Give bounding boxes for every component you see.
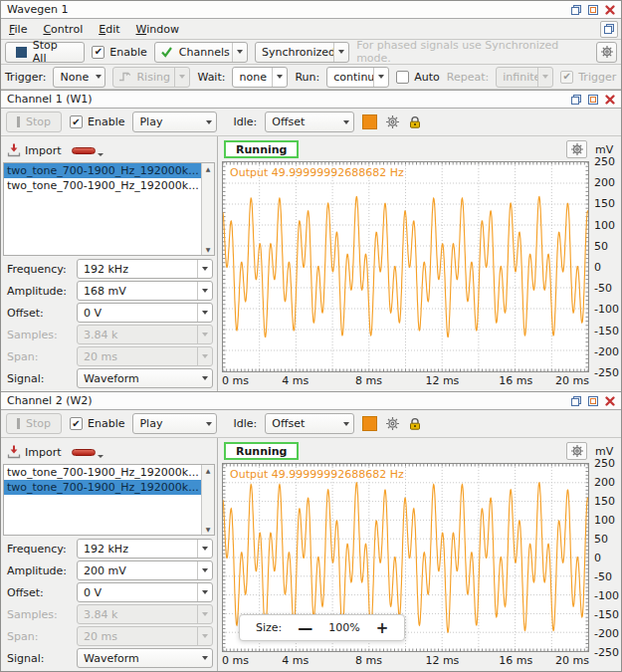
checkmark-icon: ✔ [560, 71, 573, 84]
scroll-down-icon[interactable]: ▼ [206, 526, 211, 533]
list-scrollbar[interactable]: ▲ ▼ [201, 465, 214, 535]
offset-input[interactable]: 0 V [77, 303, 213, 323]
plot-settings-button[interactable] [566, 140, 587, 158]
y-tick-label: -50 [594, 282, 612, 295]
menu-control[interactable]: Control [43, 23, 83, 36]
import-label: Import [25, 446, 62, 459]
list-item[interactable]: two_tone_700-1900_Hz_192000k... [4, 465, 201, 480]
run-mode-dropdown[interactable]: Play [132, 413, 217, 434]
synchronized-value: Synchronized [256, 46, 333, 59]
run-mode-dropdown[interactable]: Play [132, 112, 217, 132]
close-icon[interactable] [603, 93, 617, 106]
gear-icon[interactable] [385, 416, 400, 431]
plot-settings-button[interactable] [566, 442, 587, 460]
scroll-up-icon[interactable]: ▲ [206, 467, 211, 474]
maximize-icon[interactable] [586, 394, 600, 407]
span-input: 20 ms [77, 346, 213, 366]
zoom-level: 100% [328, 621, 359, 634]
span-label: Span: [7, 630, 73, 643]
import-icon [7, 143, 21, 157]
run-label: Run: [295, 71, 319, 84]
channel-1-left-panel: Import two_tone_700-1900_Hz_192000k... t… [1, 136, 218, 391]
amplitude-input[interactable]: 168 mV [77, 281, 213, 301]
list-scrollbar[interactable]: ▲ ▼ [201, 163, 214, 255]
float-icon[interactable] [569, 394, 583, 407]
wavegen-settings-button[interactable] [596, 42, 617, 63]
repeat-trigger-checkbox: ✔ Trigger [560, 71, 616, 84]
zoom-in-button[interactable]: + [376, 622, 389, 634]
stop-all-button[interactable]: Stop All [5, 42, 85, 63]
import-button[interactable]: Import [7, 143, 62, 157]
channel-1-section: Channel 1 (W1) Stop ✔ Enable Play Idle: [1, 90, 621, 391]
trigger-source-dropdown[interactable]: None [53, 67, 105, 88]
waveform-file-list[interactable]: two_tone_700-1900_Hz_192000k... two_tone… [3, 162, 215, 256]
run-dropdown[interactable]: continuous [326, 67, 389, 88]
scroll-up-icon[interactable]: ▲ [206, 165, 211, 172]
list-item[interactable]: two_tone_700-1900_Hz_192000k... [4, 480, 201, 495]
channel-enable-checkbox[interactable]: ✔ Enable [70, 115, 124, 128]
y-tick-label: -150 [594, 324, 619, 336]
amplitude-input[interactable]: 200 mV [77, 560, 213, 580]
waveform-file-list[interactable]: two_tone_700-1900_Hz_192000k... two_tone… [3, 464, 215, 536]
scroll-down-icon[interactable]: ▼ [206, 246, 211, 253]
waveform-plot[interactable]: Output 49.99999992688682 Hz Size: — 100%… [222, 463, 589, 652]
idle-label: Idle: [233, 417, 257, 430]
y-axis-labels: 250200150100500-50-100-150-200-250 [589, 161, 621, 372]
chevron-down-icon [197, 540, 212, 558]
samples-input: 3.84 k [77, 325, 213, 344]
float-icon[interactable] [569, 93, 583, 106]
idle-dropdown[interactable]: Offset [265, 413, 354, 434]
wait-dropdown[interactable]: none [232, 67, 288, 88]
checkmark-icon: ✔ [92, 46, 104, 59]
zoom-out-button[interactable]: — [298, 622, 312, 634]
waveform-plot[interactable]: Output 49.99999992688682 Hz [222, 161, 589, 372]
frequency-input[interactable]: 192 kHz [77, 259, 213, 279]
x-tick-label: 8 ms [355, 654, 382, 667]
frequency-label: Frequency: [7, 543, 73, 556]
menu-file[interactable]: File [9, 23, 27, 36]
maximize-icon[interactable] [586, 3, 600, 16]
x-tick-label: 12 ms [425, 374, 459, 387]
repeat-trigger-label: Trigger [578, 71, 616, 84]
close-icon[interactable] [603, 3, 617, 16]
waveform-color-picker[interactable] [72, 449, 104, 456]
import-button[interactable]: Import [7, 445, 62, 459]
offset-input[interactable]: 0 V [77, 582, 213, 602]
samples-value: 3.84 k [78, 608, 197, 621]
signal-dropdown[interactable]: Waveform [77, 368, 213, 388]
green-check-icon [160, 46, 173, 58]
channel-color-swatch[interactable] [362, 114, 377, 129]
master-enable-checkbox[interactable]: ✔ Enable [92, 46, 146, 59]
gear-icon[interactable] [385, 114, 400, 129]
menu-edit[interactable]: Edit [99, 23, 119, 36]
channel-enable-checkbox[interactable]: ✔ Enable [70, 417, 124, 430]
y-tick-label: 50 [594, 533, 608, 546]
list-item[interactable]: two_tone_700-1900_Hz_192000k... [4, 163, 201, 178]
menu-window[interactable]: Window [136, 23, 179, 36]
close-icon[interactable] [603, 394, 617, 407]
list-item[interactable]: two_tone_700-1900_Hz_192000k... [4, 178, 201, 193]
float-icon[interactable] [569, 3, 583, 16]
lock-icon[interactable] [408, 417, 422, 431]
synchronized-dropdown[interactable]: Synchronized [255, 42, 349, 63]
y-tick-label: 200 [594, 176, 615, 189]
span-label: Span: [7, 350, 73, 363]
lock-icon[interactable] [408, 115, 422, 129]
frequency-input[interactable]: 192 kHz [77, 539, 213, 559]
import-label: Import [25, 144, 62, 157]
signal-dropdown[interactable]: Waveform [77, 648, 213, 668]
auto-checkbox[interactable]: Auto [396, 71, 440, 84]
chevron-down-icon [197, 326, 212, 343]
channel-color-swatch[interactable] [362, 416, 377, 431]
amplitude-value: 168 mV [78, 285, 197, 298]
maximize-icon[interactable] [586, 93, 600, 106]
channels-dropdown[interactable]: Channels [154, 42, 248, 63]
checkbox-box [396, 71, 409, 84]
run-mode-value: Play [133, 115, 201, 128]
trigger-label: Trigger: [5, 71, 46, 84]
channel-1-plot-region: Running mV Output 49.99999992688682 Hz 2… [218, 136, 621, 391]
waveform-color-picker[interactable] [72, 147, 104, 154]
offset-field-row: Offset: 0 V [1, 581, 215, 603]
idle-dropdown[interactable]: Offset [265, 112, 354, 132]
dock-icon[interactable] [600, 21, 618, 38]
